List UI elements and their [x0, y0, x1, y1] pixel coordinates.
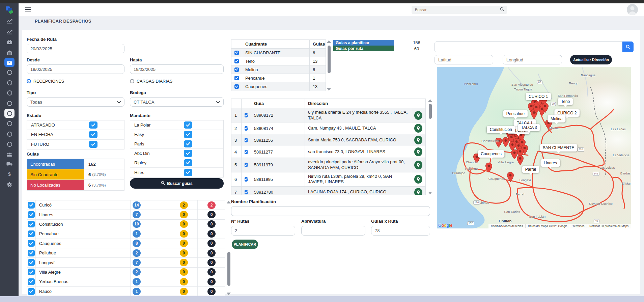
row-checkbox[interactable]: [245, 126, 248, 131]
locate-button[interactable]: [414, 147, 422, 156]
actualizar-direccion-button[interactable]: Actualizar Dirección: [570, 55, 612, 64]
row-checkbox[interactable]: [28, 259, 35, 266]
sidebar-item-circle-active[interactable]: [4, 109, 15, 118]
buscar-guias-button[interactable]: Buscar guias: [130, 178, 224, 189]
locate-button[interactable]: [414, 124, 422, 133]
sidebar-item-truck[interactable]: [4, 160, 15, 168]
row-checkbox[interactable]: [28, 278, 35, 285]
sidebar-item-warehouse[interactable]: [4, 48, 15, 57]
longitud-input[interactable]: [503, 55, 562, 64]
guias-x-ruta-input[interactable]: [371, 226, 430, 236]
map-address-search-input[interactable]: [435, 42, 622, 52]
cuadrante-scrollbar[interactable]: [327, 40, 331, 91]
row-checkbox[interactable]: [28, 269, 35, 275]
locate-button[interactable]: [414, 188, 422, 195]
sidebar-item-dollar[interactable]: $: [4, 170, 15, 179]
search-icon[interactable]: [500, 7, 504, 13]
row-checkbox[interactable]: [234, 84, 239, 89]
map-marker[interactable]: [507, 172, 514, 182]
abreviatura-input[interactable]: [301, 226, 365, 236]
global-search-input[interactable]: [414, 7, 500, 12]
nombre-planificacion-input[interactable]: [231, 206, 430, 216]
map-marker[interactable]: [517, 155, 524, 165]
desde-input[interactable]: [27, 64, 124, 74]
google-logo[interactable]: Google: [438, 223, 452, 228]
row-checkbox[interactable]: [245, 138, 248, 142]
sidebar-item-gear[interactable]: [4, 180, 15, 189]
checkbox-checked[interactable]: [184, 131, 192, 138]
sidebar-item-line-chart[interactable]: [4, 17, 15, 25]
map-attribution-item[interactable]: Combinaciones de teclas: [488, 224, 525, 228]
row-checkbox[interactable]: [28, 211, 35, 218]
row-checkbox[interactable]: [234, 76, 239, 80]
map-attribution-item[interactable]: Términos: [570, 224, 587, 228]
locate-button[interactable]: [414, 161, 422, 169]
row-checkbox[interactable]: [234, 51, 239, 55]
scroll-down-arrow[interactable]: [227, 293, 231, 295]
sidebar-item-circle[interactable]: [4, 99, 15, 108]
sidebar-item-users[interactable]: [4, 150, 15, 159]
checkbox-checked[interactable]: [89, 141, 97, 148]
latitud-input[interactable]: [435, 55, 493, 64]
scroll-up-arrow[interactable]: [227, 201, 231, 203]
row-checkbox[interactable]: [245, 113, 248, 117]
scrollbar-thumb[interactable]: [328, 46, 331, 73]
sidebar-item-circle[interactable]: [4, 78, 15, 87]
hasta-input[interactable]: [130, 64, 224, 74]
app-logo[interactable]: [5, 5, 14, 15]
sidebar-item-line-chart-2[interactable]: [4, 27, 15, 36]
row-checkbox[interactable]: [28, 240, 35, 247]
map-attribution-item[interactable]: Datos del mapa ©2026 Google: [525, 224, 570, 228]
scroll-up-arrow[interactable]: [327, 40, 331, 43]
row-checkbox[interactable]: [28, 202, 35, 209]
checkbox-checked[interactable]: [184, 150, 192, 157]
hamburger-menu-button[interactable]: [25, 6, 31, 12]
n-rutas-input[interactable]: [231, 226, 295, 236]
tipo-select[interactable]: Todas: [27, 97, 124, 107]
row-checkbox[interactable]: [234, 59, 239, 63]
checkbox-checked[interactable]: [184, 169, 192, 176]
planificar-button[interactable]: PLANIFICAR: [232, 240, 258, 249]
row-checkbox[interactable]: [28, 221, 35, 227]
checkbox-checked[interactable]: [184, 159, 192, 166]
fecha-ruta-input[interactable]: [27, 44, 124, 53]
map-search-button[interactable]: [622, 42, 634, 52]
row-checkbox[interactable]: [234, 67, 239, 72]
sidebar-item-dispatch-box[interactable]: [4, 58, 15, 67]
scroll-up-arrow[interactable]: [428, 99, 432, 102]
row-checkbox[interactable]: [28, 250, 35, 256]
sidebar-item-circle[interactable]: [4, 88, 15, 97]
map-marker[interactable]: [533, 104, 540, 114]
scrollbar-thumb[interactable]: [227, 252, 230, 286]
map-marker[interactable]: [485, 163, 492, 173]
sidebar-item-circle[interactable]: [4, 119, 15, 128]
sidebar-item-circle[interactable]: [4, 140, 15, 148]
comuna-scrollbar[interactable]: [226, 201, 231, 295]
checkbox-checked[interactable]: [89, 131, 97, 138]
bodega-select[interactable]: CT TALCA: [130, 97, 224, 107]
row-checkbox[interactable]: [245, 190, 248, 194]
scroll-down-arrow[interactable]: [327, 88, 331, 91]
sidebar-item-toolbox[interactable]: [4, 37, 15, 46]
row-checkbox[interactable]: [28, 230, 35, 237]
row-checkbox[interactable]: [245, 150, 248, 154]
recepciones-radio[interactable]: RECEPCIONES: [27, 78, 64, 84]
row-checkbox[interactable]: [245, 163, 248, 167]
sidebar-item-circle[interactable]: [4, 68, 15, 77]
scrollbar-thumb[interactable]: [429, 104, 432, 119]
map-attribution-item[interactable]: Notificar un problema de Maps: [587, 224, 631, 228]
cargas-diarias-radio[interactable]: CARGAS DIARIAS: [130, 78, 172, 84]
map-marker[interactable]: [542, 103, 549, 113]
checkbox-checked[interactable]: [89, 121, 97, 129]
locate-button[interactable]: [414, 136, 422, 144]
sidebar-item-circle[interactable]: [4, 130, 15, 138]
checkbox-checked[interactable]: [184, 140, 192, 147]
map[interactable]: RancaguaPichilemuSan Vicente deTagua Tag…: [437, 67, 631, 228]
locate-button[interactable]: [414, 175, 422, 184]
checkbox-checked[interactable]: [184, 121, 192, 129]
scroll-down-arrow[interactable]: [428, 192, 432, 194]
guias-scrollbar[interactable]: [428, 99, 432, 194]
user-avatar[interactable]: [627, 4, 638, 15]
row-checkbox[interactable]: [28, 288, 35, 295]
row-checkbox[interactable]: [245, 177, 248, 182]
